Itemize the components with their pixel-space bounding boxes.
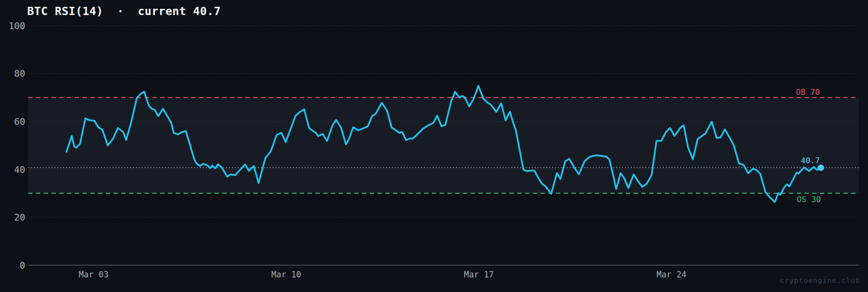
chart-canvas	[0, 0, 868, 292]
y-tick-20: 20	[0, 212, 25, 222]
x-tick-mar-17: Mar 17	[445, 270, 513, 279]
y-tick-80: 80	[0, 69, 25, 78]
x-tick-mar-24: Mar 24	[638, 270, 705, 279]
y-tick-60: 60	[0, 117, 25, 126]
chart-title: BTC RSI(14) · current 40.7	[27, 5, 221, 17]
y-tick-0: 0	[0, 260, 25, 270]
y-tick-100: 100	[0, 21, 25, 31]
current-value-label: 40.7	[801, 156, 820, 165]
overbought-label: OB 70	[796, 87, 820, 97]
watermark: cryptoengine.club	[780, 276, 860, 284]
y-tick-40: 40	[0, 165, 25, 174]
current-point-marker	[818, 165, 824, 171]
rsi-chart-panel: BTC RSI(14) · current 40.7 020406080100 …	[0, 0, 868, 292]
oversold-label: OS 30	[797, 195, 821, 204]
x-tick-mar-10: Mar 10	[252, 270, 320, 279]
x-tick-mar-03: Mar 03	[60, 270, 128, 279]
